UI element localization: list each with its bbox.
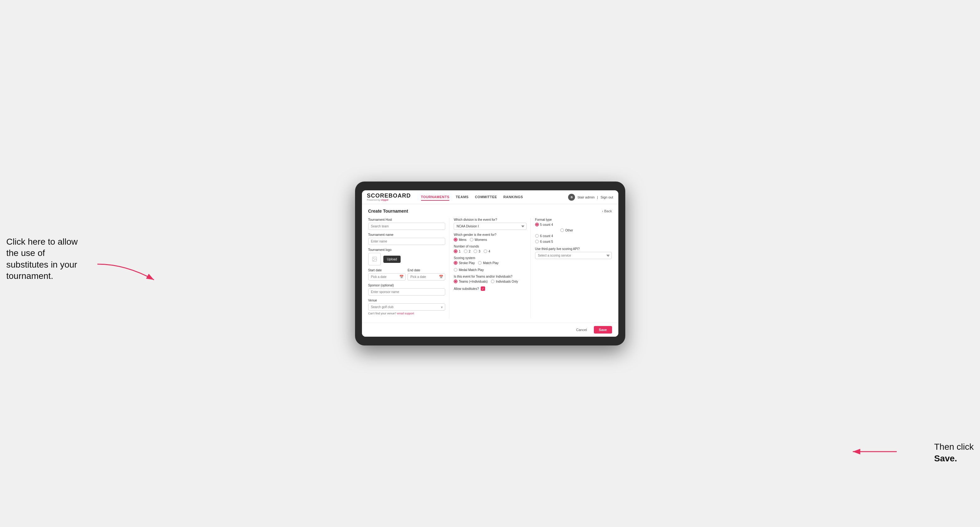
format-6count4-label: 6 count 4 bbox=[540, 234, 553, 238]
start-date-label: Start date bbox=[368, 268, 406, 272]
gender-mens[interactable]: Mens bbox=[454, 238, 466, 241]
logo-area: SCOREBOARD Powered by clippd bbox=[367, 193, 411, 202]
nav-item-teams[interactable]: TEAMS bbox=[456, 194, 468, 201]
gender-womens[interactable]: Womens bbox=[470, 238, 487, 241]
cancel-button[interactable]: Cancel bbox=[573, 326, 591, 333]
save-button[interactable]: Save bbox=[594, 326, 612, 333]
rounds-1[interactable]: 1 bbox=[454, 249, 461, 253]
left-arrow-icon bbox=[94, 261, 157, 286]
event-type-group: Is this event for Teams and/or Individua… bbox=[454, 275, 527, 283]
rounds-2[interactable]: 2 bbox=[464, 249, 471, 253]
event-type-individuals[interactable]: Individuals Only bbox=[491, 279, 518, 283]
format-6count5[interactable]: 6 count 5 bbox=[535, 240, 612, 243]
end-date-wrapper: 📅 bbox=[407, 273, 445, 281]
format-other-radio[interactable] bbox=[560, 228, 564, 232]
scoring-service-dropdown-icon: ▼ bbox=[607, 254, 610, 257]
scoring-match[interactable]: Match Play bbox=[478, 261, 498, 265]
sign-out-link[interactable]: Sign out bbox=[600, 195, 613, 199]
event-type-teams-label: Teams (+Individuals) bbox=[459, 280, 488, 283]
rounds-3-radio[interactable] bbox=[474, 249, 477, 253]
content-area: Create Tournament ‹ Back Tournament Host… bbox=[362, 204, 618, 322]
scoring-system-label: Scoring system bbox=[454, 256, 527, 260]
format-other[interactable]: Other bbox=[560, 228, 612, 232]
format-5count4-label: 5 count 4 bbox=[540, 223, 553, 227]
format-options: 5 count 4 Other 6 count 4 bbox=[535, 223, 612, 243]
nav-item-committee[interactable]: COMMITTEE bbox=[475, 194, 497, 201]
gender-womens-radio[interactable] bbox=[470, 238, 474, 241]
division-select[interactable]: NCAA Division I bbox=[454, 223, 527, 230]
navbar: SCOREBOARD Powered by clippd TOURNAMENTS… bbox=[362, 190, 618, 205]
scoring-service-input[interactable] bbox=[535, 252, 612, 259]
scoring-api-label: Use third-party live scoring API? bbox=[535, 247, 612, 251]
event-type-radio-group: Teams (+Individuals) Individuals Only bbox=[454, 279, 527, 283]
venue-input[interactable] bbox=[368, 303, 445, 311]
format-6count4-radio[interactable] bbox=[535, 234, 539, 238]
rounds-2-label: 2 bbox=[469, 250, 471, 253]
rounds-radio-group: 1 2 3 4 bbox=[454, 249, 527, 253]
tournament-logo-label: Tournament logo bbox=[368, 248, 445, 252]
scoring-system-group: Scoring system Stroke Play Match Play bbox=[454, 256, 527, 271]
format-5count4-radio[interactable] bbox=[535, 223, 539, 227]
substitutes-checkbox[interactable]: ✓ bbox=[481, 286, 485, 291]
gender-mens-radio[interactable] bbox=[454, 238, 458, 241]
email-support-link[interactable]: email support bbox=[397, 312, 414, 315]
scoring-stroke-radio[interactable] bbox=[454, 261, 458, 265]
format-type-group: Format type 5 count 4 Other bbox=[535, 218, 612, 243]
event-type-individuals-radio[interactable] bbox=[491, 279, 495, 283]
logo-placeholder-icon bbox=[368, 253, 381, 265]
substitutes-group: Allow substitutes? ✓ bbox=[454, 286, 527, 291]
substitutes-label: Allow substitutes? bbox=[454, 287, 479, 290]
sponsor-group: Sponsor (optional) bbox=[368, 284, 445, 295]
scoring-medal-radio[interactable] bbox=[454, 268, 458, 271]
nav-separator: | bbox=[597, 195, 598, 199]
scoring-api-group: Use third-party live scoring API? ▼ bbox=[535, 247, 612, 259]
rounds-1-radio[interactable] bbox=[454, 249, 458, 253]
svg-point-2 bbox=[373, 258, 374, 259]
rounds-4[interactable]: 4 bbox=[484, 249, 490, 253]
gender-womens-label: Womens bbox=[475, 238, 487, 241]
format-5count4[interactable]: 5 count 4 bbox=[535, 223, 612, 227]
page-header: Create Tournament ‹ Back bbox=[368, 208, 612, 214]
scoring-stroke[interactable]: Stroke Play bbox=[454, 261, 475, 265]
right-arrow-icon bbox=[850, 445, 900, 458]
venue-label: Venue bbox=[368, 299, 445, 302]
logo-powered: Powered by clippd bbox=[367, 198, 411, 202]
event-type-teams[interactable]: Teams (+Individuals) bbox=[454, 279, 488, 283]
end-date-label: End date bbox=[407, 268, 445, 272]
sponsor-label: Sponsor (optional) bbox=[368, 284, 445, 287]
logo-scoreboard: SCOREBOARD bbox=[367, 193, 411, 198]
event-type-individuals-label: Individuals Only bbox=[496, 280, 518, 283]
format-6count4[interactable]: 6 count 4 bbox=[535, 234, 612, 238]
gender-mens-label: Mens bbox=[459, 238, 466, 241]
tournament-name-input[interactable] bbox=[368, 238, 445, 245]
rounds-4-radio[interactable] bbox=[484, 249, 487, 253]
nav-item-tournaments[interactable]: TOURNAMENTS bbox=[421, 194, 450, 201]
rounds-1-label: 1 bbox=[459, 250, 461, 253]
nav-item-rankings[interactable]: RANKINGS bbox=[503, 194, 523, 201]
event-type-label: Is this event for Teams and/or Individua… bbox=[454, 275, 527, 278]
nav-right: B blair admin | Sign out bbox=[568, 194, 613, 201]
format-6count5-radio[interactable] bbox=[535, 240, 539, 243]
nav-links: TOURNAMENTS TEAMS COMMITTEE RANKINGS bbox=[421, 194, 561, 201]
tournament-name-label: Tournament name bbox=[368, 233, 445, 237]
back-button[interactable]: ‹ Back bbox=[602, 209, 612, 213]
scoring-match-radio[interactable] bbox=[478, 261, 482, 265]
scoring-system-radio-group: Stroke Play Match Play Medal Match Play bbox=[454, 261, 527, 271]
tournament-host-input[interactable] bbox=[368, 223, 445, 230]
scoring-medal[interactable]: Medal Match Play bbox=[454, 268, 484, 271]
form-footer: Cancel Save bbox=[362, 322, 618, 337]
format-other-label: Other bbox=[565, 229, 573, 232]
date-row: Start date 📅 End date 📅 bbox=[368, 268, 445, 281]
sponsor-input[interactable] bbox=[368, 288, 445, 295]
upload-button[interactable]: Upload bbox=[383, 256, 401, 263]
form-col-1: Tournament Host Tournament name Tourname… bbox=[368, 218, 450, 318]
tournament-host-label: Tournament Host bbox=[368, 218, 445, 221]
venue-dropdown-icon: ▼ bbox=[440, 305, 443, 309]
gender-group: Which gender is the event for? Mens Wome… bbox=[454, 233, 527, 241]
rounds-2-radio[interactable] bbox=[464, 249, 468, 253]
division-group: Which division is the event for? NCAA Di… bbox=[454, 218, 527, 230]
event-type-teams-radio[interactable] bbox=[454, 279, 458, 283]
rounds-group: Number of rounds 1 2 bbox=[454, 244, 527, 253]
rounds-3[interactable]: 3 bbox=[474, 249, 480, 253]
tournament-logo-group: Tournament logo Upload bbox=[368, 248, 445, 265]
